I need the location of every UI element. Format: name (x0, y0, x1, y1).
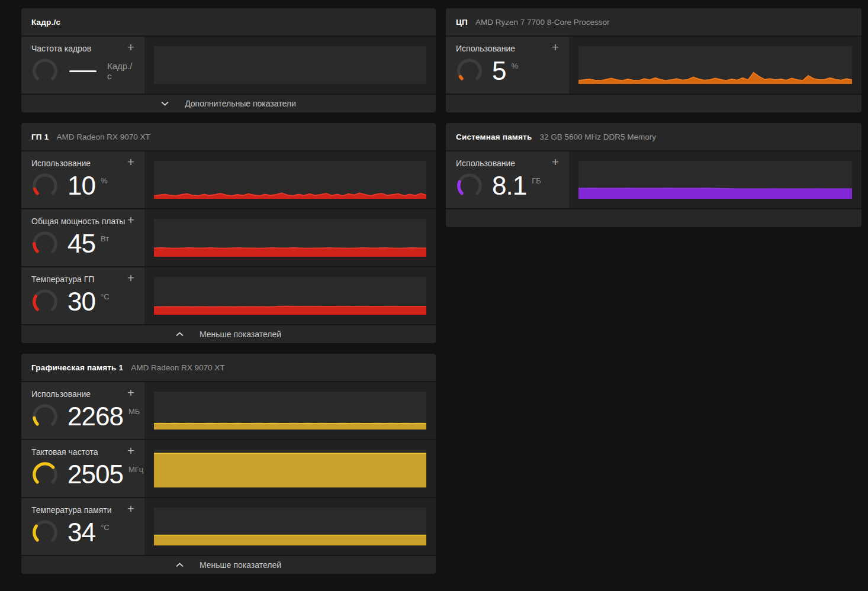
gauge (31, 519, 59, 546)
metric-tile: Использование + 10 % (21, 151, 144, 208)
metric-unit: ГБ (532, 176, 541, 185)
metric-value: 10 (67, 173, 95, 199)
metric-label: Использование (31, 157, 91, 168)
metric-value: 2268 (67, 403, 123, 429)
card-gpu: ГП 1 AMD Radeon RX 9070 XT Использование… (21, 123, 436, 343)
metric-row-vram-temperature: Температура памяти + 34 °C (21, 498, 436, 555)
card-vram-header: Графическая память 1 AMD Radeon RX 9070 … (21, 354, 436, 381)
metric-row-frame-rate: Частота кадров + Кадр./с (21, 37, 436, 93)
metric-label: Использование (456, 43, 515, 53)
sparkline-chart (154, 508, 426, 545)
metric-tile: Использование + 5 % (446, 37, 569, 93)
chart-region (144, 151, 436, 208)
metric-label: Использование (31, 388, 91, 399)
metric-row-gpu-usage: Использование + 10 % (21, 151, 436, 208)
metric-label: Общая мощность платы (31, 215, 125, 226)
card-title: Графическая память 1 (31, 363, 123, 372)
sparkline-chart (154, 277, 426, 315)
expander-label: Меньше показателей (200, 330, 281, 339)
expander-label: Меньше показателей (200, 560, 281, 570)
sparkline-chart (578, 46, 852, 84)
metric-unit: МГц (128, 465, 143, 474)
card-fps-header: Кадр./с (21, 8, 436, 35)
metric-value: 2505 (67, 461, 123, 487)
metric-label: Частота кадров (31, 43, 91, 53)
metric-tile: Температура памяти + 34 °C (21, 498, 144, 555)
left-column: Кадр./с Частота кадров + Кадр./с (21, 8, 436, 574)
card-vram: Графическая память 1 AMD Radeon RX 9070 … (21, 354, 436, 574)
card-subtitle: AMD Radeon RX 9070 XT (56, 133, 150, 141)
gauge (31, 230, 59, 257)
sparkline-chart (154, 219, 426, 257)
metric-unit: °C (101, 523, 110, 532)
sparkline-chart (154, 392, 426, 429)
chevron-up-icon (176, 332, 184, 337)
metric-unit: МБ (128, 407, 140, 416)
chart-region (144, 440, 436, 497)
metric-unit: Вт (101, 234, 109, 243)
gauge (31, 461, 59, 488)
metric-unit: % (511, 62, 518, 70)
chart-region (144, 498, 436, 555)
metric-unit: Кадр./с (107, 61, 136, 81)
chart-region (569, 151, 861, 208)
gauge (31, 57, 59, 85)
card-system-memory: Системная память 32 GB 5600 MHz DDR5 Mem… (446, 123, 861, 227)
metric-value: 5 (492, 58, 506, 84)
card-subtitle: AMD Ryzen 7 7700 8-Core Processor (475, 18, 610, 27)
card-footer (446, 209, 861, 227)
metric-row-board-power: Общая мощность платы + 45 Вт (21, 209, 436, 266)
metric-row-vram-usage: Использование + 2268 МБ (21, 382, 436, 439)
metric-tile: Общая мощность платы + 45 Вт (21, 209, 144, 266)
card-subtitle: 32 GB 5600 MHz DDR5 Memory (539, 133, 656, 141)
metric-label: Температура ГП (31, 273, 94, 284)
no-data-dash (69, 70, 97, 72)
sparkline-chart (578, 161, 852, 199)
card-gpu-header: ГП 1 AMD Radeon RX 9070 XT (21, 123, 436, 150)
expander-label: Дополнительные показатели (185, 99, 296, 108)
chart-region (144, 37, 436, 93)
gauge (456, 57, 483, 85)
card-title: Кадр./с (31, 18, 60, 27)
metric-row-cpu-usage: Использование + 5 % (446, 37, 861, 93)
metric-tile: Тактовая частота + 2505 МГц (21, 440, 144, 497)
gauge (456, 172, 483, 199)
card-title: ГП 1 (31, 133, 49, 141)
card-cpu: ЦП AMD Ryzen 7 7700 8-Core Processor Исп… (446, 8, 861, 112)
add-metric-button[interactable]: + (126, 388, 136, 398)
sparkline-chart (154, 161, 426, 199)
card-footer (446, 95, 861, 112)
chart-region (569, 37, 861, 93)
metric-tile: Частота кадров + Кадр./с (21, 37, 144, 93)
metric-value: 34 (67, 519, 95, 545)
card-cpu-header: ЦП AMD Ryzen 7 7700 8-Core Processor (446, 8, 861, 35)
add-metric-button[interactable]: + (126, 43, 136, 52)
metric-unit: % (101, 176, 108, 185)
chart-region (144, 209, 436, 266)
metric-label: Тактовая частота (31, 446, 98, 457)
chart-region (144, 267, 436, 324)
add-metric-button[interactable]: + (126, 504, 136, 514)
card-subtitle: AMD Radeon RX 9070 XT (131, 363, 224, 372)
metric-row-memory-usage: Использование + 8.1 ГБ (446, 151, 861, 208)
add-metric-button[interactable]: + (551, 157, 560, 167)
card-title: ЦП (456, 18, 468, 27)
expander-fewer-metrics[interactable]: Меньше показателей (21, 556, 436, 574)
metric-tile: Температура ГП + 30 °C (21, 267, 144, 324)
expander-more-metrics[interactable]: Дополнительные показатели (21, 95, 436, 112)
metric-label: Использование (456, 157, 515, 168)
add-metric-button[interactable]: + (126, 157, 136, 167)
chart-region (144, 382, 436, 439)
add-metric-button[interactable]: + (551, 43, 560, 52)
add-metric-button[interactable]: + (126, 446, 136, 456)
expander-fewer-metrics[interactable]: Меньше показателей (21, 325, 436, 343)
metric-value: 8.1 (492, 173, 526, 199)
chevron-up-icon (176, 563, 184, 567)
metric-unit: °C (101, 292, 110, 301)
sparkline-chart (154, 450, 426, 487)
metric-value: 45 (67, 231, 95, 257)
metric-row-vram-clock: Тактовая частота + 2505 МГц (21, 440, 436, 497)
add-metric-button[interactable]: + (126, 273, 136, 283)
gauge (31, 288, 59, 315)
add-metric-button[interactable]: + (126, 215, 136, 225)
